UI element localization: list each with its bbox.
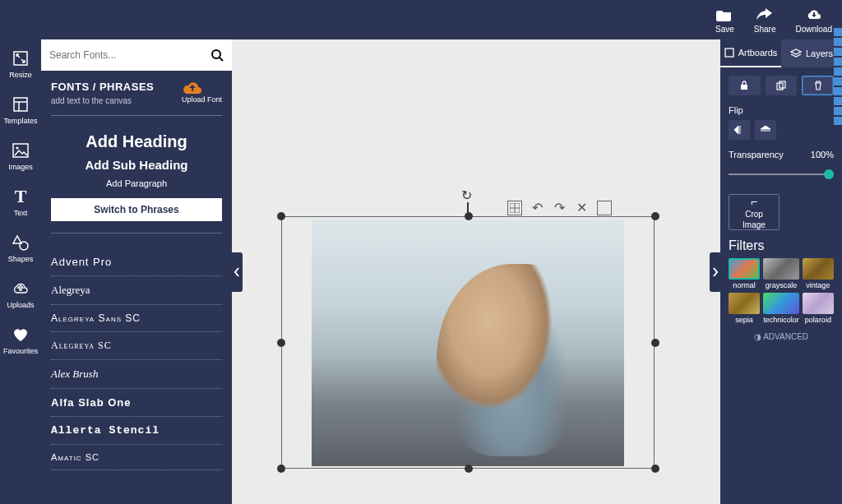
search-row [41, 39, 232, 71]
filter-vintage[interactable]: vintage [803, 258, 834, 289]
filter-thumb [803, 293, 834, 314]
filter-thumb [763, 258, 799, 280]
resize-icon [12, 49, 30, 67]
filter-normal[interactable]: normal [729, 258, 760, 289]
download-icon [807, 7, 821, 23]
tab-artboards[interactable]: Artboards [720, 39, 781, 67]
svg-point-5 [16, 147, 19, 150]
tab-label: Artboards [738, 48, 778, 58]
filter-technicolor[interactable]: technicolor [763, 293, 799, 324]
sidebar-item-resize[interactable]: Resize [3, 44, 38, 84]
panel-subtitle: add text to the canvas [51, 96, 154, 105]
undo-button[interactable]: ↶ [530, 200, 544, 215]
tab-layers[interactable]: Layers [781, 39, 842, 67]
flip-label: Flip [729, 105, 834, 115]
filter-grayscale[interactable]: grayscale [763, 258, 799, 289]
crop-image-button[interactable]: ⌐ Crop Image [729, 194, 780, 230]
save-label: Save [715, 25, 734, 34]
upload-font-label: Upload Font [182, 95, 222, 104]
sidebar-item-favourites[interactable]: Favourites [3, 321, 38, 360]
sidebar-item-label: Shapes [8, 255, 34, 263]
panel-header-block: FONTS / PHRASES add text to the canvas U… [41, 71, 232, 242]
transparency-value: 100% [811, 150, 834, 160]
svg-rect-13 [741, 85, 747, 90]
sidebar-item-label: Images [8, 163, 33, 171]
folder-icon [716, 7, 733, 23]
canvas[interactable]: ↻ ↶ ↷ ✕ [232, 39, 720, 504]
svg-point-6 [20, 242, 28, 250]
resize-handle-se[interactable] [651, 465, 659, 473]
font-item[interactable]: Alex Brush [51, 360, 222, 389]
templates-icon [12, 95, 30, 113]
font-list: Advent Pro Alegreya Alegreya Sans SC Ale… [41, 242, 232, 470]
sidebar-item-images[interactable]: Images [3, 136, 38, 176]
share-button[interactable]: Share [754, 7, 776, 34]
resize-handle-n[interactable] [465, 212, 473, 220]
slider-thumb[interactable] [824, 169, 834, 179]
font-item[interactable]: Alfa Slab One [51, 389, 222, 417]
resize-handle-s[interactable] [465, 465, 473, 473]
sidebar-item-uploads[interactable]: Uploads [3, 275, 38, 314]
delete-button[interactable] [802, 76, 834, 95]
collapse-left-button[interactable] [231, 252, 243, 292]
add-paragraph-button[interactable]: Add Paragraph [51, 175, 222, 192]
save-button[interactable]: Save [715, 7, 734, 34]
artboards-icon [724, 48, 734, 58]
filter-sepia[interactable]: sepia [729, 293, 760, 324]
filter-label: polaroid [805, 316, 831, 324]
close-button[interactable]: ✕ [575, 200, 589, 215]
add-subheading-button[interactable]: Add Sub Heading [51, 155, 222, 175]
svg-rect-1 [14, 98, 27, 111]
transparency-label: Transparency [729, 150, 784, 160]
advanced-toggle[interactable]: ◑ ADVANCED [729, 332, 834, 341]
sidebar-item-templates[interactable]: Templates [3, 90, 38, 130]
rotate-handle[interactable]: ↻ [461, 187, 472, 203]
slider-track [729, 173, 834, 175]
images-icon [12, 141, 30, 160]
add-heading-button[interactable]: Add Heading [51, 129, 222, 155]
font-item[interactable]: Advent Pro [51, 248, 222, 276]
resize-handle-sw[interactable] [277, 465, 285, 473]
font-item[interactable]: Amatic SC [51, 445, 222, 470]
bounds-toggle-button[interactable] [597, 201, 612, 215]
duplicate-button[interactable] [766, 76, 798, 95]
font-item[interactable]: Alegreya Sans SC [51, 305, 222, 332]
search-icon[interactable] [210, 49, 224, 62]
selection-bounds[interactable] [281, 216, 655, 469]
text-icon: T [12, 187, 30, 206]
filter-thumb [729, 258, 760, 280]
redo-button[interactable]: ↷ [553, 200, 567, 215]
filter-thumb [803, 258, 834, 280]
sidebar-item-text[interactable]: T Text [3, 183, 38, 222]
transparency-slider[interactable] [729, 168, 834, 181]
resize-handle-e[interactable] [651, 339, 659, 347]
font-item[interactable]: Alegreya SC [51, 332, 222, 360]
search-input[interactable] [49, 49, 210, 61]
sidebar-item-label: Templates [3, 117, 37, 125]
upload-font-button[interactable]: Upload Font [182, 81, 222, 104]
flip-vertical-button[interactable] [755, 120, 776, 140]
download-button[interactable]: Download [796, 7, 832, 34]
download-label: Download [796, 25, 832, 34]
crop-icon: ⌐ [751, 195, 757, 208]
font-item[interactable]: Allerta Stencil [51, 417, 222, 445]
resize-handle-nw[interactable] [277, 212, 285, 220]
filter-polaroid[interactable]: polaroid [803, 293, 834, 324]
filters-label: Filters [729, 238, 834, 253]
resize-handle-w[interactable] [277, 339, 285, 347]
resize-handle-ne[interactable] [651, 212, 659, 220]
advanced-label: ADVANCED [763, 332, 808, 341]
lock-button[interactable] [729, 76, 761, 95]
flip-horizontal-button[interactable] [729, 120, 750, 140]
share-label: Share [754, 25, 776, 34]
layers-icon [790, 49, 802, 58]
properties-panel: Artboards Layers Flip Transparency 100% [720, 39, 842, 504]
grid-toggle-button[interactable] [507, 201, 522, 215]
font-item[interactable]: Alegreya [51, 276, 222, 305]
share-icon [756, 7, 773, 23]
collapse-right-button[interactable] [710, 252, 721, 292]
sidebar-item-shapes[interactable]: Shapes [3, 229, 38, 268]
filter-label: technicolor [763, 316, 799, 324]
switch-to-phrases-button[interactable]: Switch to Phrases [51, 198, 222, 221]
sidebar-item-label: Resize [9, 71, 32, 79]
